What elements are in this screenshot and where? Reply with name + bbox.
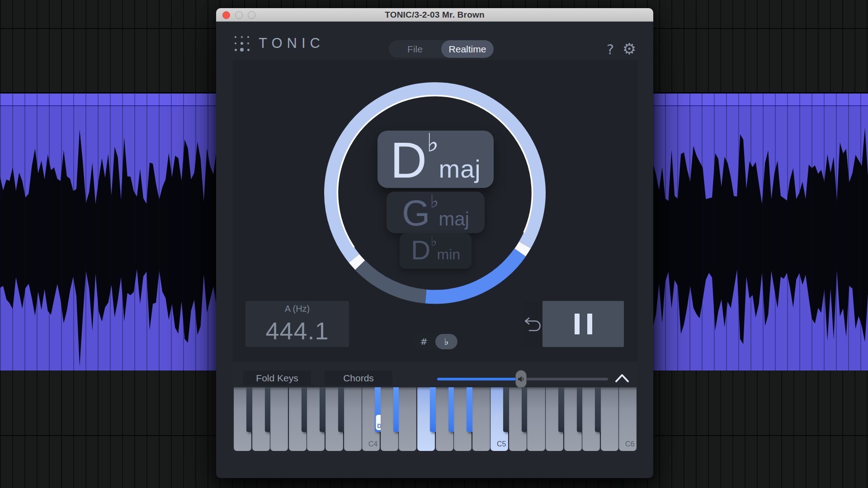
detected-key-alternative-1[interactable]: G ♭ maj [387, 192, 485, 233]
flat-icon: ♭ [430, 192, 439, 210]
piano-key-E5[interactable] [527, 387, 545, 451]
key-label-C6: C6 [625, 440, 634, 448]
audio-waveform-clip-right [653, 94, 868, 371]
key-root: D [411, 237, 430, 264]
tonic-logo: TONIC [232, 34, 325, 53]
speaker-icon [517, 375, 525, 383]
help-icon[interactable]: ? [604, 40, 617, 58]
grid-lines [0, 94, 220, 371]
reference-tuning-box[interactable]: A (Hz) 444.1 [245, 301, 349, 347]
piano-key-B3[interactable] [344, 387, 362, 451]
zoom-button[interactable] [248, 11, 255, 19]
window-title: TONIC/3-2-03 Mr. Brown [216, 10, 653, 20]
key-quality: maj [439, 156, 481, 182]
audio-waveform-clip-left [0, 94, 220, 371]
grid-lines [653, 94, 868, 371]
key-label-C5: C5 [497, 440, 506, 448]
tab-file[interactable]: File [389, 40, 441, 58]
volume-slider[interactable] [437, 378, 608, 380]
pause-button[interactable] [542, 301, 624, 347]
tuning-value: 444.1 [265, 317, 329, 345]
traffic-lights [222, 8, 255, 22]
piano-key-B4[interactable] [472, 387, 490, 451]
key-quality: min [437, 247, 460, 262]
piano-key-C6[interactable]: C6 [619, 387, 637, 451]
piano-key-B5[interactable] [601, 387, 618, 451]
flat-icon: ♭ [430, 235, 437, 248]
key-root: G [402, 195, 430, 231]
daw-desktop: TONIC/3-2-03 Mr. Brown TONIC FileRealtim… [0, 0, 868, 488]
pause-icon [587, 314, 592, 334]
window-titlebar[interactable]: TONIC/3-2-03 Mr. Brown [216, 8, 653, 22]
piano-key-E3[interactable] [270, 387, 288, 451]
pause-icon [575, 314, 580, 334]
detected-key-alternative-2[interactable]: D ♭ min [400, 233, 472, 269]
key-root: D [390, 135, 427, 186]
tonic-logo-icon [232, 34, 251, 53]
piano-key-E4[interactable] [399, 387, 416, 451]
undo-icon [524, 315, 542, 333]
flat-option[interactable]: ♭ [435, 334, 458, 349]
tonic-logo-text: TONIC [259, 35, 325, 52]
tab-realtime[interactable]: Realtime [441, 40, 494, 58]
tonic-plugin-window: TONIC/3-2-03 Mr. Brown TONIC FileRealtim… [216, 8, 653, 478]
detected-key-primary: D ♭ maj [377, 131, 494, 188]
collapse-panel-chevron-icon[interactable] [615, 372, 629, 384]
flat-icon: ♭ [427, 130, 439, 155]
sharp-flat-toggle: # ♭ [413, 334, 458, 349]
key-detection-panel: D ♭ maj G ♭ maj D ♭ min A (Hz) 444.1 # ♭ [233, 60, 637, 361]
mode-segmented-control: FileRealtime [389, 40, 494, 58]
volume-slider-fill [437, 378, 521, 380]
chords-button[interactable]: Chords [325, 371, 392, 385]
reset-button[interactable] [523, 301, 542, 347]
gear-icon[interactable]: ⚙ [621, 39, 637, 58]
sharp-option[interactable]: # [413, 334, 435, 349]
key-quality: maj [439, 210, 469, 229]
tuning-label: A (Hz) [285, 304, 310, 314]
volume-slider-thumb[interactable] [515, 370, 527, 388]
key-label-C4: C4 [368, 440, 377, 448]
fold-keys-button[interactable]: Fold Keys [243, 371, 311, 385]
keyboard-panel: Fold Keys Chords C4♭DC5C6 [233, 364, 637, 454]
minimize-button[interactable] [235, 11, 243, 19]
close-button[interactable] [222, 11, 230, 19]
piano-keyboard: C4♭DC5C6 [234, 387, 637, 451]
